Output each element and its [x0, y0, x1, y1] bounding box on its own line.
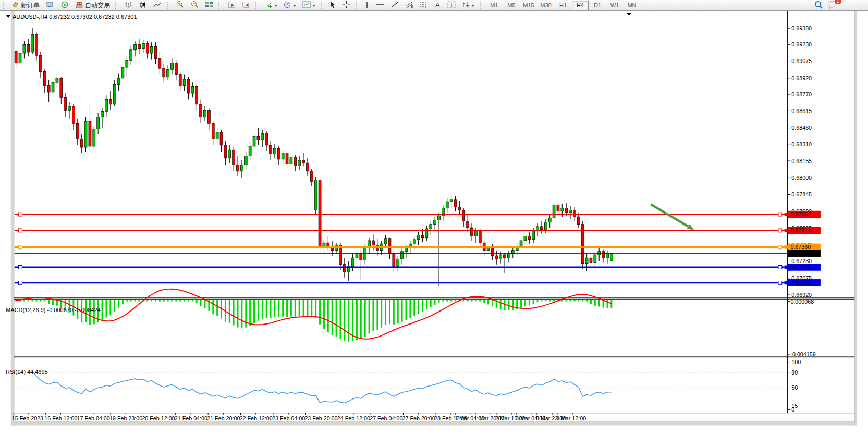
svg-text:100: 100 — [791, 359, 801, 365]
toolbar-grip[interactable] — [218, 2, 222, 9]
svg-text:0.69380: 0.69380 — [791, 25, 812, 31]
chart-expand-icon[interactable] — [6, 15, 10, 20]
svg-text:-0.004159: -0.004159 — [790, 351, 815, 357]
text-button[interactable]: A — [432, 1, 444, 10]
cursor-icon — [329, 1, 336, 10]
charts-profile-button[interactable] — [43, 1, 57, 10]
auto-scroll-button[interactable] — [225, 1, 238, 10]
svg-text:80: 80 — [791, 369, 798, 376]
window-edge-bottom — [11, 422, 857, 426]
svg-text:50: 50 — [791, 384, 798, 391]
bar-chart-button[interactable] — [121, 1, 135, 10]
svg-text:0.68615: 0.68615 — [791, 108, 812, 114]
svg-text:0.67031: 0.67031 — [790, 280, 811, 286]
horizontal-line-button[interactable] — [373, 1, 387, 10]
text-icon: A — [434, 1, 441, 10]
profile-icon — [46, 1, 54, 10]
autotrading-button[interactable]: 自动交易 — [72, 1, 113, 10]
fibonacci-button[interactable]: F — [417, 1, 431, 10]
zoom-out-button[interactable] — [188, 1, 201, 10]
svg-text:16 Feb 12:00: 16 Feb 12:00 — [44, 415, 77, 421]
search-icon[interactable] — [814, 1, 823, 10]
svg-text:27 Feb 04:00: 27 Feb 04:00 — [370, 415, 402, 421]
toolbar-grip[interactable] — [321, 2, 324, 9]
timeframe-button-d1[interactable]: D1 — [589, 1, 606, 10]
zoom-in-icon — [176, 1, 184, 10]
new-order-button[interactable]: 新订单 — [9, 1, 42, 10]
timeframe-button-m15[interactable]: M15 — [520, 1, 537, 10]
chevron-down-icon — [471, 5, 474, 8]
trendline-icon — [390, 1, 399, 10]
timeframe-button-m5[interactable]: M5 — [503, 1, 520, 10]
svg-text:0.67662: 0.67662 — [790, 211, 811, 217]
periods-dropdown[interactable] — [281, 1, 299, 10]
toolbar-grip[interactable] — [480, 2, 483, 9]
rsi-label: RSI(14) 44.4695 — [6, 369, 48, 375]
svg-text:23 Feb 04:00: 23 Feb 04:00 — [272, 415, 305, 421]
autotrading-icon — [75, 1, 83, 10]
timeframe-button-mn[interactable]: MN — [624, 1, 640, 10]
horizontal-line-icon — [376, 1, 384, 10]
svg-text:F: F — [425, 5, 427, 8]
macd-label: MACD(12,26,9) -0.000670 -0.000424 — [6, 307, 101, 313]
toolbar-grip[interactable] — [356, 2, 359, 9]
timeframe-group: M1M5M15M30H1H4D1W1MN — [486, 1, 640, 10]
toolbar-grip[interactable] — [167, 2, 170, 9]
svg-text:0.68460: 0.68460 — [791, 124, 812, 131]
indicators-icon — [264, 1, 273, 10]
svg-text:20 Feb 12:00: 20 Feb 12:00 — [142, 415, 175, 421]
toolbar-grip[interactable] — [255, 2, 259, 9]
shapes-dropdown[interactable] — [459, 1, 477, 10]
timeframe-button-m30[interactable]: M30 — [537, 1, 554, 10]
clock-icon — [284, 1, 291, 10]
chart-title[interactable]: AUDUSD-,H4 0.67232 0.67302 0.67232 0.673… — [6, 14, 137, 20]
svg-text:6 Mar 12:00: 6 Mar 12:00 — [556, 415, 586, 421]
text-label-button[interactable]: T — [445, 1, 458, 10]
candlestick-chart-button[interactable] — [136, 1, 150, 10]
toolbar: 新订单 自动交易 — [0, 0, 868, 11]
zoom-in-button[interactable] — [173, 1, 187, 10]
toolbar-grip[interactable] — [3, 2, 6, 9]
signals-button[interactable] — [58, 1, 71, 10]
equidistant-channel-button[interactable]: E — [402, 1, 416, 10]
vertical-line-button[interactable] — [362, 1, 372, 10]
svg-text:21 Feb 20:00: 21 Feb 20:00 — [207, 415, 240, 421]
svg-text:A: A — [435, 1, 440, 8]
timeframe-button-w1[interactable]: W1 — [606, 1, 623, 10]
crosshair-button[interactable] — [340, 1, 353, 10]
svg-text:E: E — [411, 5, 413, 8]
chart-canvas[interactable]: 0.693800.692300.690750.689200.687700.686… — [0, 11, 868, 436]
svg-text:0.67301: 0.67301 — [790, 251, 811, 257]
cursor-button[interactable] — [327, 1, 339, 10]
chart-background — [14, 11, 855, 422]
chart-shift-icon — [242, 1, 250, 10]
svg-text:0.66920: 0.66920 — [791, 292, 812, 298]
svg-text:0.68310: 0.68310 — [791, 141, 812, 147]
line-chart-button[interactable] — [151, 1, 164, 10]
templates-dropdown[interactable] — [300, 1, 318, 10]
candlestick-icon — [139, 1, 147, 10]
svg-text:0.68000: 0.68000 — [791, 175, 812, 181]
text-label-icon: T — [447, 1, 456, 10]
channel-icon: E — [405, 1, 413, 10]
timeframe-button-m1[interactable]: M1 — [486, 1, 503, 10]
chevron-down-icon — [274, 5, 277, 8]
notifications-button[interactable]: 1 — [827, 1, 838, 10]
tile-windows-button[interactable] — [202, 1, 216, 10]
chart-shift-button[interactable] — [239, 1, 253, 10]
svg-text:T: T — [450, 2, 454, 8]
svg-text:17 Feb 04:00: 17 Feb 04:00 — [77, 415, 110, 421]
timeframe-button-h4[interactable]: H4 — [572, 1, 589, 10]
svg-text:0.67230: 0.67230 — [791, 258, 812, 264]
indicators-dropdown[interactable] — [262, 1, 280, 10]
svg-text:0.68770: 0.68770 — [791, 91, 812, 97]
toolbar-grip[interactable] — [115, 2, 119, 9]
svg-text:0.69230: 0.69230 — [791, 41, 812, 47]
window-edge-left — [11, 11, 14, 426]
timeframe-button-h1[interactable]: H1 — [555, 1, 571, 10]
svg-text:27 Feb 20:00: 27 Feb 20:00 — [402, 415, 435, 421]
notification-badge: 1 — [835, 0, 841, 4]
svg-text:22 Feb 12:00: 22 Feb 12:00 — [240, 415, 273, 421]
zoom-out-icon — [190, 1, 199, 10]
trendline-button[interactable] — [388, 1, 401, 10]
